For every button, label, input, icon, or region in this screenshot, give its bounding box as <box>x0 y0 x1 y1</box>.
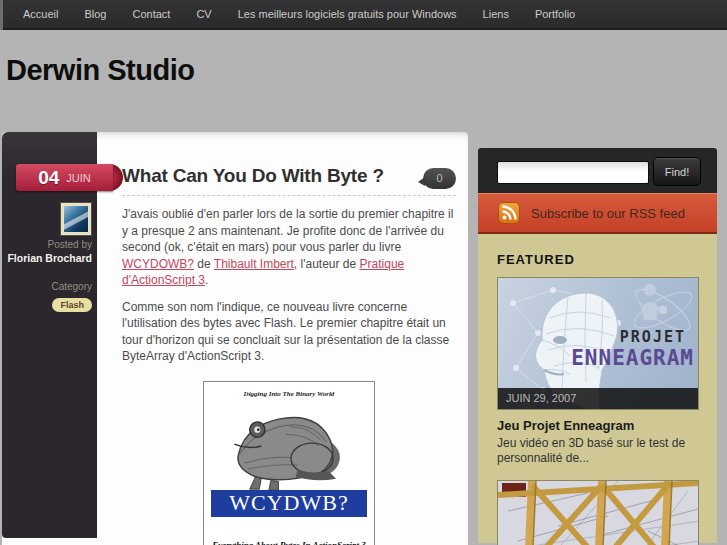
article: 0 What Can You Do With Byte ? J'avais ou… <box>122 165 456 545</box>
nav-item-cv[interactable]: CV <box>183 0 224 28</box>
paragraph-1: J'avais oublié d'en parler lors de la so… <box>122 206 456 289</box>
sidebar: Find! Subscribe to our RSS feed FEATURED <box>478 148 717 545</box>
find-button[interactable]: Find! <box>653 157 701 186</box>
category-tag-flash[interactable]: Flash <box>52 298 92 312</box>
post-date-day: 04 <box>38 167 59 189</box>
link-thibault-imbert[interactable]: Thibault Imbert <box>214 257 294 271</box>
book-subtitle: Everything About Bytes In ActionScript 3 <box>204 540 374 545</box>
paragraph-2: Comme son nom l'indique, ce nouveau livr… <box>122 299 456 365</box>
enneagram-image-word1: PROJET <box>620 328 686 346</box>
nav-item-portfolio[interactable]: Portfolio <box>522 0 588 28</box>
nav-item-liens[interactable]: Liens <box>470 0 522 28</box>
featured-date-bar: JUIN 29, 2007 <box>498 388 698 409</box>
author-name[interactable]: Florian Brochard <box>6 252 92 264</box>
search-input[interactable] <box>497 161 649 184</box>
author-avatar[interactable] <box>60 202 92 236</box>
top-navbar: Accueil Blog Contact CV Les meilleurs lo… <box>0 0 727 30</box>
site-title[interactable]: Derwin Studio <box>6 54 194 87</box>
featured-section: FEATURED <box>478 234 717 543</box>
rss-subscribe-label[interactable]: Subscribe to our RSS feed <box>531 206 685 221</box>
comment-count-bubble[interactable]: 0 <box>423 168 456 189</box>
featured-item-title[interactable]: Jeu Projet Enneagram <box>497 418 698 433</box>
nav-item-logiciels[interactable]: Les meilleurs logiciels gratuits pour Wi… <box>225 0 470 28</box>
post-date-month: JUIN <box>66 172 90 184</box>
nav-item-blog[interactable]: Blog <box>71 0 119 28</box>
nav-item-accueil[interactable]: Accueil <box>10 0 71 28</box>
posted-by-label: Posted by <box>6 239 92 250</box>
p1-text: J'avais oublié d'en parler lors de la so… <box>122 207 453 254</box>
title-separator <box>122 195 456 196</box>
featured-item-description: Jeu vidéo en 3D basé sur le test de pers… <box>497 436 707 466</box>
post-meta-text: Posted by Florian Brochard Category Flas… <box>6 239 92 312</box>
nav-item-contact[interactable]: Contact <box>120 0 184 28</box>
avatar-image <box>64 206 88 232</box>
search-panel: Find! <box>478 148 717 193</box>
wooden-truss-icon <box>498 481 699 545</box>
date-ribbon: 04 JUIN <box>16 164 113 191</box>
featured-image-enneagram[interactable]: PROJET ENNEAGRAM JUIN 29, 2007 <box>497 277 699 410</box>
article-title[interactable]: What Can You Do With Byte ? <box>122 165 417 187</box>
book-cover-image[interactable]: Digging Into The Binary World WCYDWB? Ev… <box>203 381 375 545</box>
frog-engraving-icon <box>222 398 358 494</box>
link-wcydowb[interactable]: WCYDOWB? <box>122 257 194 271</box>
book-tagline: Digging Into The Binary World <box>204 390 374 398</box>
book-title-band: WCYDWB? <box>211 490 367 517</box>
site-header: Derwin Studio <box>0 30 727 132</box>
post-meta-column <box>2 132 97 538</box>
enneagram-image-word2: ENNEAGRAM <box>571 346 694 370</box>
featured-heading: FEATURED <box>497 252 698 267</box>
featured-image-truss[interactable] <box>497 480 699 545</box>
rss-subscribe-bar[interactable]: Subscribe to our RSS feed <box>478 193 717 234</box>
category-label: Category <box>6 281 92 292</box>
rss-icon <box>498 202 520 224</box>
